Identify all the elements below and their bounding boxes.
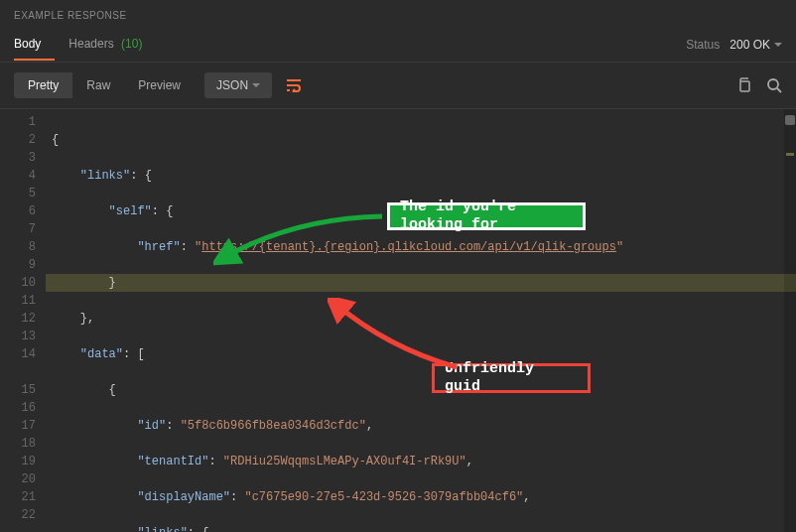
copy-icon (736, 77, 752, 93)
wrap-icon (286, 78, 302, 92)
format-select[interactable]: JSON (204, 72, 272, 98)
tab-body[interactable]: Body (14, 29, 55, 61)
tab-headers[interactable]: Headers (10) (68, 29, 156, 61)
response-toolbar: Pretty Raw Preview JSON (0, 63, 796, 109)
copy-button[interactable] (736, 77, 752, 93)
raw-button[interactable]: Raw (72, 72, 124, 98)
status-label: Status (686, 38, 720, 52)
scrollbar-thumb[interactable] (785, 115, 795, 125)
minimap-marker (786, 153, 794, 156)
wrap-lines-button[interactable] (280, 72, 308, 98)
scrollbar[interactable] (784, 109, 796, 532)
format-select-label: JSON (216, 78, 248, 92)
response-tabs-row: Body Headers (10) Status 200 OK (0, 27, 796, 63)
line-gutter: 12345678910111213141516171819202122 (0, 109, 46, 532)
tab-headers-label: Headers (68, 37, 113, 51)
chevron-down-icon (774, 43, 782, 47)
status-value[interactable]: 200 OK (730, 38, 782, 52)
tab-headers-count: (10) (121, 37, 142, 51)
svg-point-1 (768, 79, 778, 89)
tab-body-label: Body (14, 37, 41, 51)
search-button[interactable] (766, 77, 782, 93)
view-mode-segment: Pretty Raw Preview (14, 72, 195, 98)
chevron-down-icon (252, 83, 260, 87)
section-label: EXAMPLE RESPONSE (0, 0, 796, 27)
status-value-text: 200 OK (730, 38, 770, 52)
pretty-button[interactable]: Pretty (14, 72, 72, 98)
code-area[interactable]: 12345678910111213141516171819202122 { "l… (0, 109, 796, 532)
preview-button[interactable]: Preview (124, 72, 195, 98)
search-icon (766, 77, 782, 93)
code-content: { "links": { "self": { "href": "https://… (46, 109, 796, 532)
svg-rect-0 (740, 81, 749, 91)
